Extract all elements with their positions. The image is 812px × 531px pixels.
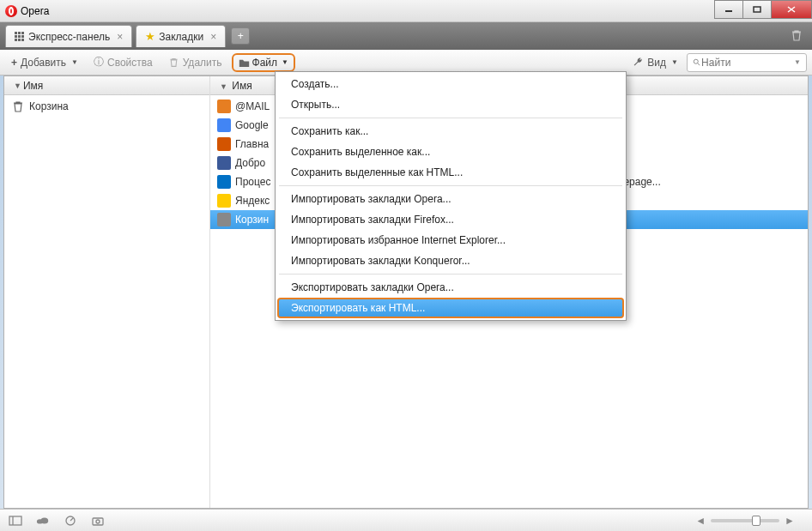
window-title: Opera (21, 5, 49, 17)
menu-item[interactable]: Экспортировать закладки Opera... (277, 277, 624, 298)
plus-icon: + (11, 57, 17, 69)
search-input[interactable] (701, 57, 792, 69)
menu-item[interactable]: Импортировать закладки Opera... (277, 189, 624, 209)
statusbar: ◄ ► (0, 509, 812, 531)
turbo-icon[interactable] (64, 515, 77, 527)
chevron-left-icon[interactable]: ◄ (695, 515, 706, 527)
menu-item[interactable]: Создать... (277, 74, 624, 94)
menu-item[interactable]: Сохранить выделенные как HTML... (277, 162, 624, 183)
chevron-down-icon: ▼ (71, 58, 78, 66)
svg-point-13 (96, 520, 100, 523)
sort-arrow-icon: ▼ (220, 82, 227, 91)
properties-button[interactable]: ⓘ Свойства (88, 52, 159, 72)
info-icon: ⓘ (94, 55, 104, 69)
delete-label: Удалить (183, 57, 222, 69)
folder-icon (239, 57, 250, 68)
file-menu-button[interactable]: Файл ▼ (232, 53, 295, 72)
menu-item[interactable]: Импортировать избранное Internet Explore… (277, 230, 624, 250)
slider-thumb[interactable] (752, 516, 760, 526)
camera-icon[interactable] (91, 515, 105, 527)
tree-item-trash[interactable]: Корзина (4, 97, 209, 116)
tree-header-label: Имя (23, 80, 43, 92)
tab-label: Экспресс-панель (28, 31, 110, 43)
view-menu-button[interactable]: Вид ▼ (627, 54, 683, 71)
menu-item[interactable]: Импортировать закладки Firefox... (277, 209, 624, 230)
menu-separator (279, 118, 622, 118)
menu-separator (279, 274, 622, 275)
add-label: Добавить (21, 57, 66, 69)
file-label: Файл (252, 57, 278, 69)
trash-icon (11, 100, 25, 113)
chevron-down-icon: ▼ (794, 58, 801, 66)
wrench-icon (633, 57, 644, 68)
chevron-down-icon: ▼ (671, 58, 678, 66)
view-label: Вид (647, 57, 666, 69)
titlebar: Opera (0, 0, 812, 22)
favicon-icon (217, 118, 231, 132)
svg-line-5 (698, 63, 700, 65)
closed-tabs-trash-icon[interactable] (790, 28, 803, 45)
menu-item[interactable]: Сохранить выделенное как... (277, 142, 624, 162)
svg-point-9 (40, 517, 48, 523)
star-icon (145, 30, 155, 43)
sort-arrow-icon: ▼ (14, 81, 21, 90)
svg-line-11 (70, 518, 73, 521)
file-dropdown-menu: Создать...Открыть...Сохранить как...Сохр… (275, 71, 627, 321)
favicon-icon (217, 213, 231, 226)
add-button[interactable]: + Добавить ▼ (5, 54, 84, 71)
speed-dial-icon (15, 32, 24, 41)
favicon-icon (217, 194, 231, 208)
tab-close-icon[interactable]: × (117, 31, 123, 43)
tab-speed-dial[interactable]: Экспресс-панель × (5, 25, 132, 47)
favicon-icon (217, 100, 231, 113)
chevron-down-icon: ▼ (282, 58, 288, 66)
chevron-right-icon[interactable]: ► (785, 515, 795, 527)
sync-icon[interactable] (36, 515, 50, 527)
column-header-label: Имя (232, 80, 251, 92)
new-tab-button[interactable]: + (231, 27, 250, 45)
tree-header[interactable]: ▼ Имя (4, 76, 209, 95)
minimize-button[interactable] (714, 0, 743, 19)
tree-list: Корзина (4, 95, 209, 118)
tree-item-label: Корзина (29, 100, 69, 112)
svg-rect-12 (93, 518, 103, 525)
favicon-icon (217, 137, 231, 151)
svg-rect-6 (9, 516, 21, 525)
search-icon (693, 57, 701, 68)
zoom-slider[interactable] (711, 519, 779, 522)
menu-separator (279, 185, 622, 186)
panel-icon[interactable] (9, 515, 22, 527)
menu-item[interactable]: Открыть... (277, 94, 624, 115)
properties-label: Свойства (107, 57, 153, 69)
menu-item[interactable]: Импортировать закладки Konqueror... (277, 250, 624, 271)
tab-close-icon[interactable]: × (210, 31, 216, 43)
maximize-button[interactable] (742, 0, 772, 19)
tabbar: Экспресс-панель × Закладки × + (0, 22, 812, 50)
svg-rect-1 (754, 7, 760, 12)
close-button[interactable] (771, 0, 812, 19)
delete-button[interactable]: Удалить (162, 54, 228, 71)
menu-item[interactable]: Сохранить как... (277, 121, 624, 142)
trash-icon (168, 57, 179, 68)
zoom-slider-area: ◄ ► (695, 515, 795, 527)
search-box[interactable]: ▼ (687, 53, 807, 72)
folder-tree-pane: ▼ Имя Корзина (4, 76, 210, 508)
favicon-icon (217, 175, 231, 189)
svg-point-4 (694, 59, 698, 63)
menu-item[interactable]: Экспортировать как HTML... (277, 298, 624, 318)
tab-label: Закладки (159, 31, 203, 43)
favicon-icon (217, 156, 231, 170)
opera-logo-icon (5, 5, 17, 17)
tab-bookmarks[interactable]: Закладки × (136, 25, 226, 47)
